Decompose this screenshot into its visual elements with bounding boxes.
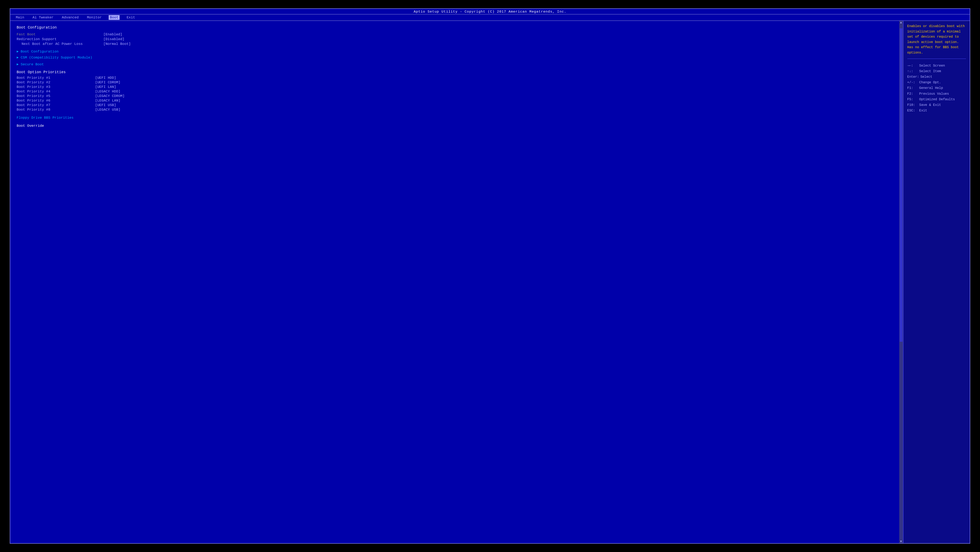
key-desc-5: Previous Values (919, 91, 949, 97)
boot-priority-label-7: Boot Priority #7 (16, 103, 95, 107)
boot-priority-value-3: [UEFI LAN] (95, 85, 116, 89)
scroll-up-arrow[interactable]: ▲ (899, 21, 903, 24)
boot-priority-value-4: [LEGACY HDD] (95, 89, 120, 93)
boot-priority-label-1: Boot Priority #1 (16, 76, 95, 80)
boot-priority-value-2: [UEFI CDROM] (95, 80, 120, 85)
key-desc-0: Select Screen (919, 63, 945, 69)
content-area: Boot Configuration Fast Boot [Enabled] R… (10, 21, 969, 543)
key-label-7: F10: (907, 102, 918, 108)
menu-item-boot[interactable]: Boot (109, 15, 119, 20)
arrow-icon-2: ► (16, 56, 19, 59)
boot-priority-value-5: [LEGACY CDROM] (95, 94, 124, 98)
key-binding-2: Enter:Select (907, 74, 966, 80)
key-desc-1: Select Item (919, 69, 941, 74)
title-text: Aptio Setup Utility - Copyright (C) 2017… (414, 10, 566, 14)
menu-item-advanced[interactable]: Advanced (60, 15, 80, 20)
menu-item-main[interactable]: Main (14, 15, 25, 20)
menu-item-monitor[interactable]: Monitor (86, 15, 103, 20)
key-binding-8: ESC:Exit (907, 108, 966, 113)
scrollbar-thumb (900, 28, 902, 342)
boot-priority-label-8: Boot Priority #8 (16, 108, 95, 112)
boot-override-section: Boot Override (16, 124, 899, 128)
submenu-boot-config[interactable]: ► Boot Configuration (16, 49, 899, 54)
key-binding-3: +/-:Change Opt. (907, 80, 966, 85)
boot-priority-row-2[interactable]: Boot Priority #2[UEFI CDROM] (16, 80, 899, 85)
next-boot-label: Next Boot after AC Power Loss (16, 42, 103, 46)
menu-item-ai-tweaker[interactable]: Ai Tweaker (31, 15, 55, 20)
right-panel: Enables or disables boot with initializa… (904, 21, 970, 543)
key-label-8: ESC: (907, 108, 918, 113)
floppy-section[interactable]: Floppy Drive BBS Priorities (16, 116, 899, 120)
submenu-secure-boot[interactable]: ► Secure Boot (16, 62, 899, 66)
title-bar: Aptio Setup Utility - Copyright (C) 2017… (10, 9, 969, 14)
submenu-csm[interactable]: ► CSM (Compatibility Support Module) (16, 56, 899, 59)
section-title: Boot Configuration (16, 26, 899, 30)
submenu-csm-label: CSM (Compatibility Support Module) (21, 56, 92, 59)
left-panel: Boot Configuration Fast Boot [Enabled] R… (10, 21, 904, 543)
scroll-down-arrow[interactable]: ▼ (899, 540, 903, 543)
boot-priorities-list: Boot Priority #1[UEFI HDD]Boot Priority … (16, 76, 899, 112)
boot-priority-row-4[interactable]: Boot Priority #4[LEGACY HDD] (16, 89, 899, 93)
key-binding-4: F1:General Help (907, 85, 966, 91)
redirection-row[interactable]: Redirection Support [Disabled] (16, 37, 899, 41)
key-binding-1: ↑↓:Select Item (907, 69, 966, 74)
next-boot-value: [Normal Boot] (103, 42, 131, 46)
boot-priority-row-7[interactable]: Boot Priority #7[UEFI USB] (16, 103, 899, 107)
boot-priority-row-8[interactable]: Boot Priority #8[LEGACY USB] (16, 108, 899, 112)
redirection-label: Redirection Support (16, 37, 103, 41)
key-binding-7: F10:Save & Exit (907, 102, 966, 108)
boot-priority-row-1[interactable]: Boot Priority #1[UEFI HDD] (16, 76, 899, 80)
scrollbar[interactable]: ▲ ▼ (899, 21, 903, 543)
key-desc-7: Save & Exit (919, 102, 941, 108)
secure-boot-label: Secure Boot (21, 62, 44, 66)
key-bindings: →←:Select Screen↑↓:Select ItemEnter:Sele… (907, 63, 966, 114)
key-desc-8: Exit (919, 108, 927, 113)
boot-priority-value-7: [UEFI USB] (95, 103, 116, 107)
bios-screen: Aptio Setup Utility - Copyright (C) 2017… (10, 8, 970, 544)
boot-priority-value-8: [LEGACY USB] (95, 108, 120, 112)
boot-priority-label-4: Boot Priority #4 (16, 89, 95, 93)
fast-boot-row[interactable]: Fast Boot [Enabled] (16, 32, 899, 37)
key-binding-5: F2:Previous Values (907, 91, 966, 97)
fast-boot-label: Fast Boot (16, 32, 103, 37)
key-desc-2: Select (920, 74, 932, 80)
fast-boot-value: [Enabled] (103, 32, 122, 37)
key-label-0: →←: (907, 63, 918, 69)
redirection-value: [Disabled] (103, 37, 124, 41)
boot-priority-label-6: Boot Priority #6 (16, 99, 95, 102)
key-binding-6: F5:Optimized Defaults (907, 97, 966, 102)
key-label-5: F2: (907, 91, 918, 97)
boot-priority-label-2: Boot Priority #2 (16, 80, 95, 85)
key-binding-0: →←:Select Screen (907, 63, 966, 69)
boot-priority-value-1: [UEFI HDD] (95, 76, 116, 80)
key-label-1: ↑↓: (907, 69, 918, 74)
key-label-4: F1: (907, 85, 918, 91)
submenu-boot-config-label: Boot Configuration (21, 49, 59, 54)
submenus-section: ► Boot Configuration ► CSM (Compatibilit… (16, 49, 899, 59)
boot-priority-row-5[interactable]: Boot Priority #5[LEGACY CDROM] (16, 94, 899, 98)
boot-priority-label-3: Boot Priority #3 (16, 85, 95, 89)
help-text: Enables or disables boot with initializa… (907, 24, 966, 59)
boot-priority-value-6: [LEGACY LAN] (95, 99, 120, 102)
boot-priorities-title: Boot Option Priorities (16, 70, 899, 74)
boot-priority-label-5: Boot Priority #5 (16, 94, 95, 98)
key-label-6: F5: (907, 97, 918, 102)
key-desc-4: General Help (919, 85, 943, 91)
key-label-3: +/-: (907, 80, 918, 85)
arrow-icon-3: ► (16, 63, 19, 66)
key-label-2: Enter: (907, 74, 919, 80)
boot-priority-row-6[interactable]: Boot Priority #6[LEGACY LAN] (16, 99, 899, 102)
arrow-icon-1: ► (16, 50, 19, 54)
next-boot-row[interactable]: Next Boot after AC Power Loss [Normal Bo… (16, 42, 899, 46)
key-desc-3: Change Opt. (919, 80, 941, 85)
menu-bar: MainAi TweakerAdvancedMonitorBootExit (10, 14, 969, 21)
menu-item-exit[interactable]: Exit (126, 15, 136, 20)
boot-priority-row-3[interactable]: Boot Priority #3[UEFI LAN] (16, 85, 899, 89)
key-desc-6: Optimized Defaults (919, 97, 955, 102)
